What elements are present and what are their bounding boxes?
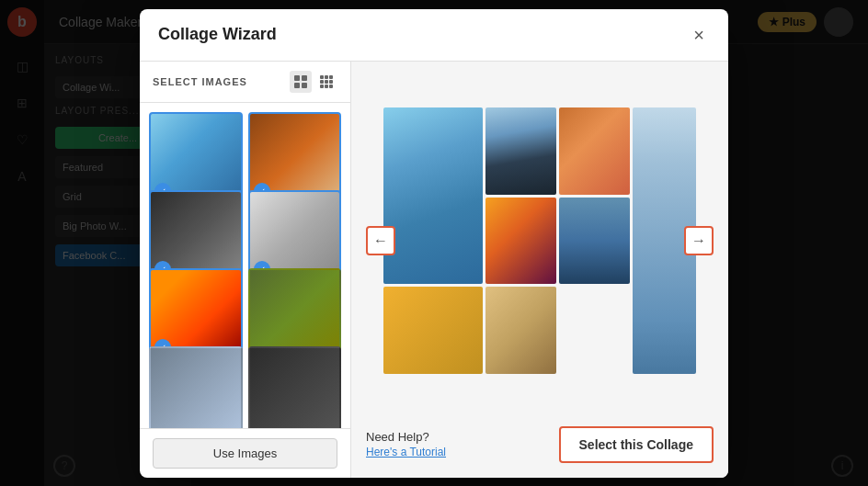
- collage-preview-panel: ← → Need Help? Here's a Tutorial Select …: [351, 62, 728, 478]
- collage-cell-mountain-lake: [559, 198, 630, 285]
- collage-footer: Need Help? Here's a Tutorial Select this…: [362, 419, 717, 467]
- image-grid: ✓ ✓ ✓ ✓ ✓: [140, 103, 350, 428]
- help-section: Need Help? Here's a Tutorial: [366, 430, 446, 458]
- collage-cell-large-landscape-top-left: [383, 107, 483, 284]
- image-thumb-7[interactable]: [149, 346, 243, 428]
- collage-cell-silhouette-person: [485, 107, 556, 195]
- grid-view-2-toggle[interactable]: [290, 71, 312, 93]
- image-thumb-8[interactable]: [248, 346, 342, 428]
- image-selector-footer: Use Images: [140, 428, 350, 478]
- help-text: Need Help?: [366, 430, 446, 444]
- collage-wizard-modal: Collage Wizard × SELECT IMAGES: [140, 9, 728, 478]
- collage-cell-person-sitting: [485, 287, 556, 374]
- collage-next-button[interactable]: →: [684, 226, 714, 255]
- collage-canvas: ← →: [362, 73, 717, 410]
- grid-3-icon: [320, 75, 333, 88]
- right-arrow-icon: →: [691, 232, 706, 249]
- grid-2-icon: [294, 75, 307, 88]
- collage-cell-joshua-tree: [383, 287, 483, 374]
- collage-prev-button[interactable]: ←: [366, 226, 395, 255]
- select-images-label: SELECT IMAGES: [153, 76, 247, 87]
- image-selector-panel: SELECT IMAGES: [140, 62, 351, 478]
- modal-close-button[interactable]: ×: [688, 24, 710, 46]
- select-collage-button[interactable]: Select this Collage: [559, 426, 714, 463]
- use-images-button[interactable]: Use Images: [153, 438, 337, 469]
- collage-cell-sunset-scene: [485, 198, 556, 285]
- modal-body: SELECT IMAGES: [140, 62, 728, 478]
- help-link[interactable]: Here's a Tutorial: [366, 446, 446, 458]
- collage-cell-rocky-terrain: [559, 107, 630, 195]
- image-selector-header: SELECT IMAGES: [140, 62, 350, 103]
- modal-header: Collage Wizard ×: [140, 9, 728, 62]
- modal-overlay: Collage Wizard × SELECT IMAGES: [0, 0, 868, 486]
- view-toggles: [290, 71, 337, 93]
- collage-grid: [383, 107, 696, 374]
- grid-view-3-toggle[interactable]: [315, 71, 337, 93]
- modal-title: Collage Wizard: [158, 25, 277, 44]
- left-arrow-icon: ←: [373, 232, 388, 249]
